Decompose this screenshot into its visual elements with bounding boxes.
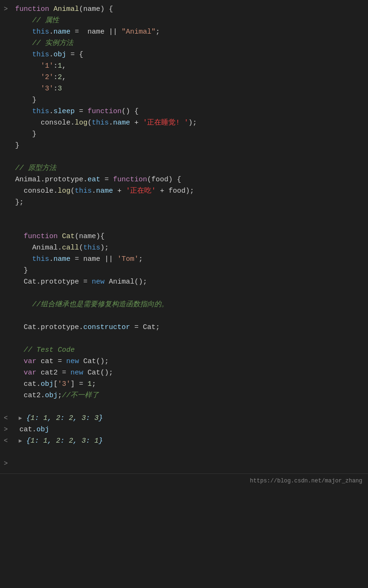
line-26: var cat = new Cat();: [0, 356, 368, 367]
code-line-20: this.name = name || 'Tom';: [15, 254, 364, 265]
line-6: '1':1,: [0, 61, 368, 72]
line-10: this.sleep = function() {: [0, 106, 368, 117]
code-line-10: this.sleep = function() {: [15, 106, 364, 117]
line-12: }: [0, 129, 368, 140]
line-4: // 实例方法: [0, 38, 368, 49]
code-line-24: Cat.prototype.constructor = Cat;: [15, 322, 364, 333]
line-25: // Test Code: [0, 345, 368, 356]
line-27: var cat2 = new Cat();: [0, 367, 368, 379]
code-line-9: }: [15, 95, 364, 106]
code-line-3: this.name = name || "Animal";: [15, 27, 364, 38]
expand-arrow-1[interactable]: ►: [15, 415, 22, 422]
line-1: > function Animal(name) {: [0, 4, 368, 15]
code-line-28: cat.obj['3'] = 1;: [15, 379, 364, 390]
line-18: function Cat(name){: [0, 231, 368, 242]
blank-4: [0, 288, 368, 299]
blank-6: [0, 333, 368, 345]
code-line-12: }: [15, 129, 364, 140]
line-11: console.log(this.name + '正在睡觉! ');: [0, 117, 368, 129]
code-line-19: Animal.call(this);: [15, 242, 364, 254]
code-line-23: //组合继承也是需要修复构造函数指向的。: [15, 299, 364, 311]
line-29: cat2.obj;//不一样了: [0, 390, 368, 401]
line-17: };: [0, 197, 368, 208]
blank-3: [0, 220, 368, 231]
bottom-bar: https://blog.csdn.net/major_zhang: [0, 473, 368, 489]
code-line-25: // Test Code: [15, 345, 364, 356]
code-line-1: function Animal(name) {: [15, 4, 364, 15]
expand-arrow-2[interactable]: ►: [15, 438, 22, 445]
blank-7: [0, 401, 368, 413]
prompt-1: >: [4, 4, 11, 14]
line-7: '2':2,: [0, 72, 368, 83]
console-container: > function Animal(name) { // 属性 this.nam…: [0, 0, 368, 588]
line-2: // 属性: [0, 15, 368, 27]
line-15: Animal.prototype.eat = function(food) {: [0, 174, 368, 186]
final-prompt: >: [4, 458, 11, 469]
line-3: this.name = name || "Animal";: [0, 27, 368, 38]
output-content-2: ► {1: 1, 2: 2, 3: 1}: [15, 436, 364, 447]
prompt-out-1: <: [4, 413, 11, 423]
line-9: }: [0, 95, 368, 106]
code-line-4: // 实例方法: [15, 38, 364, 49]
line-28: cat.obj['3'] = 1;: [0, 379, 368, 390]
line-5: this.obj = {: [0, 49, 368, 61]
output-line-2: < ► {1: 1, 2: 2, 3: 1}: [0, 436, 368, 447]
code-line-8: '3':3: [15, 83, 364, 95]
line-13: }: [0, 140, 368, 151]
code-line-22: Cat.prototype = new Animal();: [15, 276, 364, 288]
code-line-11: console.log(this.name + '正在睡觉! ');: [15, 117, 364, 129]
code-line-15: Animal.prototype.eat = function(food) {: [15, 174, 364, 186]
prompt-out-2: <: [4, 436, 11, 446]
line-21: }: [0, 265, 368, 276]
code-line-21: }: [15, 265, 364, 276]
code-line-27: var cat2 = new Cat();: [15, 367, 364, 379]
blank-1: [0, 151, 368, 163]
blank-2: [0, 208, 368, 220]
code-line-5: this.obj = {: [15, 49, 364, 61]
prompt-in-2: >: [4, 424, 11, 435]
output-content-1: ► {1: 1, 2: 2, 3: 3}: [15, 413, 364, 424]
line-24: Cat.prototype.constructor = Cat;: [0, 322, 368, 333]
code-line-6: '1':1,: [15, 61, 364, 72]
line-14: // 原型方法: [0, 163, 368, 174]
line-16: console.log(this.name + '正在吃' + food);: [0, 186, 368, 197]
code-line-13: }: [15, 140, 364, 151]
code-line-14: // 原型方法: [15, 163, 364, 174]
line-22: Cat.prototype = new Animal();: [0, 276, 368, 288]
final-prompt-spacer: [15, 458, 364, 470]
input-content-2: cat.obj: [15, 424, 364, 436]
url-text: https://blog.csdn.net/major_zhang: [250, 477, 362, 486]
code-line-29: cat2.obj;//不一样了: [15, 390, 364, 401]
line-20: this.name = name || 'Tom';: [0, 254, 368, 265]
blank-8: [0, 447, 368, 458]
code-line-18: function Cat(name){: [15, 231, 364, 242]
output-line-1: < ► {1: 1, 2: 2, 3: 3}: [0, 413, 368, 424]
code-line-26: var cat = new Cat();: [15, 356, 364, 367]
blank-5: [0, 311, 368, 322]
line-19: Animal.call(this);: [0, 242, 368, 254]
code-line-7: '2':2,: [15, 72, 364, 83]
final-prompt-line: >: [0, 458, 368, 470]
code-line-2: // 属性: [15, 15, 364, 27]
line-8: '3':3: [0, 83, 368, 95]
line-23: //组合继承也是需要修复构造函数指向的。: [0, 299, 368, 311]
code-line-17: };: [15, 197, 364, 208]
code-line-16: console.log(this.name + '正在吃' + food);: [15, 186, 364, 197]
input-line-2: > cat.obj: [0, 424, 368, 436]
